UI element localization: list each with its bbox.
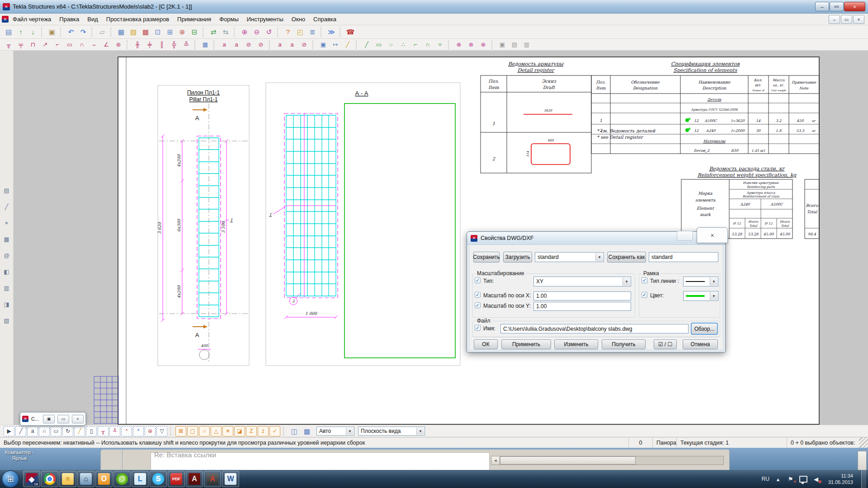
more-commands-icon[interactable]: ≫ xyxy=(326,27,337,38)
taskbar-clock[interactable]: 11:34 31.05.2013 xyxy=(828,473,853,485)
zoom-out-icon[interactable]: ⊖ xyxy=(251,27,263,38)
outlook-icon[interactable]: O xyxy=(95,471,113,487)
mark-bolt-icon[interactable]: a xyxy=(231,39,242,50)
open-drawing-icon[interactable]: ↑ xyxy=(15,27,27,38)
support-icon[interactable]: ☎ xyxy=(344,27,356,38)
snap-grid-bottom-icon[interactable]: ╨ xyxy=(109,426,120,436)
horizontal-scrollbar[interactable]: ◄ xyxy=(491,456,724,465)
minimize-button[interactable]: ‒ xyxy=(815,2,829,11)
dim-two-points-icon[interactable]: ╥ xyxy=(3,39,14,50)
select-cross-icon[interactable]: ✕ xyxy=(222,426,233,436)
chevron-down-icon[interactable]: ▾ xyxy=(416,427,424,435)
close-button[interactable]: × xyxy=(844,2,865,11)
pdf-creator-icon[interactable]: PDF xyxy=(168,471,185,487)
cloud-tool-icon[interactable]: ⌐ xyxy=(410,39,421,50)
scrollbar-fragment[interactable] xyxy=(858,451,867,471)
grid-link-icon[interactable]: ⊕ xyxy=(176,27,188,38)
menu-6[interactable]: Формы xyxy=(215,14,243,24)
select-triangle-icon[interactable]: △ xyxy=(211,426,222,436)
line-tool-icon[interactable]: ╱ xyxy=(361,39,373,50)
add-view-icon[interactable]: ⊟ xyxy=(189,27,200,38)
snap-plane-combo[interactable]: Плоскость вида ▾ xyxy=(358,427,425,436)
snapshot-icon[interactable]: ▣ xyxy=(46,27,58,38)
file-path-input[interactable]: C:\Users\Iuliia.Gradusova\Desktop\balcon… xyxy=(500,324,689,333)
resize-grip[interactable] xyxy=(859,437,868,448)
part-view-a-icon[interactable]: ▣ xyxy=(496,39,508,50)
windows-explorer-icon[interactable]: ≡ xyxy=(59,471,76,487)
scale-y-checkbox[interactable]: ✓ xyxy=(475,302,481,308)
get-button[interactable]: Получить xyxy=(602,339,646,349)
open-folder-icon[interactable]: ◰ xyxy=(294,27,306,38)
place-part-icon[interactable]: ⇆ xyxy=(220,27,231,38)
menu-5[interactable]: Примечания xyxy=(173,14,215,24)
rebar-dim-group-icon[interactable]: ╫ xyxy=(132,39,143,50)
zoom-previous-icon[interactable]: ↺ xyxy=(263,27,275,38)
mdi-minimize-button[interactable]: ‒ xyxy=(829,15,840,24)
mark-part-icon[interactable]: a xyxy=(218,39,230,50)
note-level-icon[interactable]: a xyxy=(286,39,298,50)
rebar-dim-mid-icon[interactable]: ║ xyxy=(156,39,168,50)
dim-angle-icon[interactable]: ∠ xyxy=(100,39,112,50)
mark-rebar-icon[interactable]: ⊘ xyxy=(255,39,267,50)
circle-tool-icon[interactable]: ○ xyxy=(385,39,397,50)
split-left-icon[interactable]: ◧ xyxy=(1,267,12,277)
lync-icon[interactable]: L xyxy=(132,471,149,487)
modify-button[interactable]: Изменить xyxy=(554,339,598,349)
dim-auto-icon[interactable]: ⊚ xyxy=(113,39,124,50)
floating-toolbar-window[interactable]: ✕ C... ▣ ▭ × xyxy=(20,412,86,426)
split-right-icon[interactable]: ◨ xyxy=(1,299,12,309)
skype-icon[interactable]: S xyxy=(150,471,167,487)
select-corner-icon[interactable]: ◪ xyxy=(234,426,245,436)
select-all-icon[interactable]: ⊠ xyxy=(175,426,186,436)
mdi-close-button[interactable]: × xyxy=(853,15,864,24)
email-window-fragment[interactable]: Re: Вставка ссылки ◄ xyxy=(122,449,730,471)
link-dwg-icon[interactable]: ⊗ xyxy=(453,39,465,50)
dim-baseline-icon[interactable]: ╤ xyxy=(15,39,27,50)
chevron-down-icon[interactable]: ▾ xyxy=(710,277,717,286)
autocad-icon[interactable]: A xyxy=(204,471,221,487)
rebar-dim-num-icon[interactable]: ╩ xyxy=(180,39,192,50)
fit-work-area-icon[interactable]: ⊡ xyxy=(152,27,164,38)
mailru-agent-icon[interactable]: @ xyxy=(113,471,131,487)
word-icon[interactable]: W xyxy=(222,471,239,487)
mesh-select-icon[interactable]: ▦ xyxy=(199,39,211,50)
link-image-icon[interactable]: ⊗ xyxy=(465,39,477,50)
desktop-shortcut[interactable]: Компьютер - Ярлык xyxy=(1,450,38,461)
menu-4[interactable]: Простановка размеров xyxy=(102,14,173,24)
snap-grid-top-icon[interactable]: ╥ xyxy=(98,426,108,436)
select-hourglass-icon[interactable]: Z xyxy=(246,426,257,436)
snap-triangle-icon[interactable]: ▽ xyxy=(156,426,167,436)
rectangle-tool-icon[interactable]: ▭ xyxy=(373,39,385,50)
start-button[interactable]: ⊞ xyxy=(2,470,19,488)
menu-1[interactable]: Файл чертежа xyxy=(9,14,55,24)
menu-3[interactable]: Вид xyxy=(83,14,102,24)
type-checkbox[interactable]: ✓ xyxy=(475,277,481,283)
network-icon[interactable] xyxy=(799,475,807,483)
snap-rotate-icon[interactable]: ↻ xyxy=(62,426,73,436)
snap-frame-icon[interactable]: ▯ xyxy=(86,426,97,436)
scaling-type-combo[interactable]: XY ▾ xyxy=(533,277,631,286)
drawing-properties-icon[interactable]: ▨ xyxy=(127,27,139,38)
tray-expand-icon[interactable]: ▴ xyxy=(774,475,782,483)
load-button[interactable]: Загрузить xyxy=(503,252,532,263)
save-drawing-icon[interactable]: ↓ xyxy=(27,27,39,38)
snap-line-icon[interactable]: ╱ xyxy=(15,426,26,436)
file-name-checkbox[interactable]: ✓ xyxy=(475,325,481,331)
revision-grid[interactable] xyxy=(94,376,118,423)
save-as-input[interactable]: standard xyxy=(649,252,718,262)
cancel-button[interactable]: Отмена xyxy=(683,339,718,349)
ruler-tool-icon[interactable]: ↦ xyxy=(330,39,341,50)
part-view-b-icon[interactable]: ▤ xyxy=(509,39,520,50)
mdi-restore-button[interactable]: ▭ xyxy=(841,15,852,24)
colors-tool-icon[interactable]: ▩ xyxy=(301,426,313,436)
note-slope-icon[interactable]: ⊘ xyxy=(298,39,310,50)
table-layout-icon[interactable]: ▦ xyxy=(1,234,12,244)
dim-slope-icon[interactable]: ↗ xyxy=(39,39,51,50)
undo-icon[interactable]: ↶ xyxy=(65,27,77,38)
tekla-model-viewer-icon[interactable]: ⌂ xyxy=(77,471,94,487)
part-view-c-icon[interactable]: ▥ xyxy=(521,39,533,50)
dwg-dxf-properties-dialog[interactable]: ✕ Свойства DWG/DXF Сохранить Загрузить s… xyxy=(467,231,726,352)
maximize-button[interactable]: ▭ xyxy=(830,2,844,11)
chevron-down-icon[interactable]: ▾ xyxy=(623,277,630,286)
show-desktop-button[interactable] xyxy=(861,470,866,488)
